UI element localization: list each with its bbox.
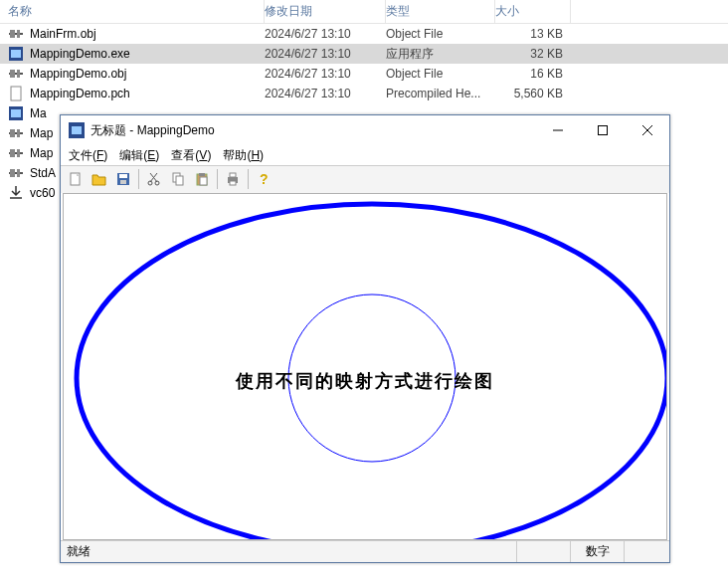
svg-rect-2 bbox=[17, 30, 20, 38]
obj-file-icon bbox=[8, 145, 24, 161]
table-row[interactable]: MappingDemo.exe 2024/6/27 13:10 应用程序 32 … bbox=[0, 44, 728, 64]
status-pane-num: 数字 bbox=[570, 541, 624, 562]
menu-view[interactable]: 查看(V) bbox=[171, 147, 211, 164]
svg-rect-16 bbox=[17, 149, 20, 157]
column-type[interactable]: 类型 bbox=[386, 0, 495, 23]
toolbar-separator bbox=[217, 169, 218, 189]
svg-rect-21 bbox=[72, 126, 82, 134]
cut-button[interactable] bbox=[143, 168, 165, 190]
open-button[interactable] bbox=[89, 168, 110, 190]
file-name: vc60 bbox=[30, 186, 55, 200]
svg-rect-40 bbox=[200, 177, 207, 185]
save-disk-icon bbox=[115, 171, 131, 187]
close-icon bbox=[642, 125, 652, 135]
file-size: 32 KB bbox=[495, 47, 571, 61]
minimize-button[interactable] bbox=[535, 116, 580, 145]
svg-rect-1 bbox=[10, 30, 15, 38]
file-size: 16 KB bbox=[495, 67, 571, 81]
column-size[interactable]: 大小 bbox=[495, 0, 571, 23]
status-ready: 就绪 bbox=[61, 543, 516, 560]
maximize-icon bbox=[598, 125, 608, 135]
column-name[interactable]: 名称 bbox=[8, 0, 265, 23]
file-date: 2024/6/27 13:10 bbox=[265, 87, 386, 100]
generic-file-icon bbox=[8, 86, 24, 101]
drawing-caption: 使用不同的映射方式进行绘图 bbox=[64, 369, 666, 393]
svg-rect-43 bbox=[230, 181, 236, 185]
open-folder-icon bbox=[91, 171, 107, 187]
column-date[interactable]: 修改日期 bbox=[265, 0, 386, 23]
menu-file[interactable]: 文件(F) bbox=[69, 147, 107, 164]
svg-marker-28 bbox=[92, 175, 105, 185]
svg-rect-13 bbox=[17, 129, 20, 137]
maximize-button[interactable] bbox=[580, 116, 625, 145]
minimize-icon bbox=[553, 125, 563, 135]
svg-text:?: ? bbox=[260, 171, 269, 187]
svg-rect-31 bbox=[120, 180, 126, 184]
file-type: Object File bbox=[386, 27, 495, 41]
close-button[interactable] bbox=[625, 116, 669, 145]
paste-button[interactable] bbox=[191, 168, 213, 190]
svg-rect-42 bbox=[230, 173, 236, 177]
menu-edit[interactable]: 编辑(E) bbox=[119, 147, 159, 164]
generic-file-icon bbox=[8, 105, 24, 121]
svg-rect-15 bbox=[10, 149, 15, 157]
status-pane-scrl bbox=[624, 541, 669, 562]
explorer-column-header: 名称 修改日期 类型 大小 bbox=[0, 0, 728, 24]
save-button[interactable] bbox=[112, 168, 134, 190]
file-date: 2024/6/27 13:10 bbox=[265, 47, 386, 61]
table-row[interactable]: MappingDemo.pch 2024/6/27 13:10 Precompi… bbox=[0, 84, 728, 103]
file-name: MainFrm.obj bbox=[30, 27, 96, 41]
statusbar: 就绪 数字 bbox=[61, 540, 669, 562]
download-icon bbox=[8, 185, 24, 201]
paste-icon bbox=[194, 171, 210, 187]
obj-file-icon bbox=[8, 66, 24, 82]
file-size: 5,560 KB bbox=[495, 87, 571, 100]
table-row[interactable]: MappingDemo.obj 2024/6/27 13:10 Object F… bbox=[0, 64, 728, 84]
svg-rect-4 bbox=[11, 50, 21, 58]
obj-file-icon bbox=[8, 125, 24, 141]
file-date: 2024/6/27 13:10 bbox=[265, 27, 386, 41]
print-button[interactable] bbox=[222, 168, 244, 190]
file-size: 13 KB bbox=[495, 27, 571, 41]
window-title: 无标题 - MappingDemo bbox=[91, 122, 535, 139]
svg-rect-37 bbox=[176, 176, 183, 185]
app-window: 无标题 - MappingDemo 文件(F) 编辑(E) 查看(V) 帮助(H… bbox=[60, 114, 670, 563]
obj-file-icon bbox=[8, 165, 24, 181]
app-icon bbox=[69, 122, 85, 138]
svg-rect-23 bbox=[598, 126, 607, 135]
menu-help[interactable]: 帮助(H) bbox=[223, 147, 264, 164]
toolbar-separator bbox=[248, 169, 249, 189]
drawing-canvas bbox=[64, 194, 667, 540]
svg-rect-30 bbox=[119, 174, 127, 178]
file-name: StdA bbox=[30, 166, 56, 180]
obj-file-icon bbox=[8, 26, 24, 42]
svg-rect-6 bbox=[10, 70, 15, 78]
file-name: MappingDemo.pch bbox=[30, 87, 130, 100]
file-date: 2024/6/27 13:10 bbox=[265, 67, 386, 81]
help-icon: ? bbox=[256, 171, 272, 187]
file-name: MappingDemo.obj bbox=[30, 67, 126, 81]
new-button[interactable] bbox=[65, 168, 87, 190]
toolbar: ? bbox=[61, 165, 669, 193]
new-file-icon bbox=[68, 171, 84, 187]
file-name: MappingDemo.exe bbox=[30, 47, 130, 61]
file-name: Map bbox=[30, 126, 53, 140]
status-pane-caps bbox=[516, 541, 570, 562]
file-name: Map bbox=[30, 146, 53, 160]
help-button[interactable]: ? bbox=[253, 168, 274, 190]
cut-icon bbox=[146, 171, 162, 187]
file-type: Precompiled He... bbox=[386, 87, 495, 100]
toolbar-separator bbox=[138, 169, 139, 189]
file-type: 应用程序 bbox=[386, 46, 495, 63]
print-icon bbox=[225, 171, 241, 187]
svg-rect-12 bbox=[10, 129, 15, 137]
svg-rect-10 bbox=[11, 109, 21, 117]
svg-rect-8 bbox=[11, 87, 21, 100]
exe-file-icon bbox=[8, 46, 24, 62]
table-row[interactable]: MainFrm.obj 2024/6/27 13:10 Object File … bbox=[0, 24, 728, 44]
titlebar[interactable]: 无标题 - MappingDemo bbox=[61, 115, 669, 145]
copy-icon bbox=[170, 171, 186, 187]
file-type: Object File bbox=[386, 67, 495, 81]
client-area: 使用不同的映射方式进行绘图 bbox=[63, 193, 667, 540]
copy-button[interactable] bbox=[167, 168, 189, 190]
